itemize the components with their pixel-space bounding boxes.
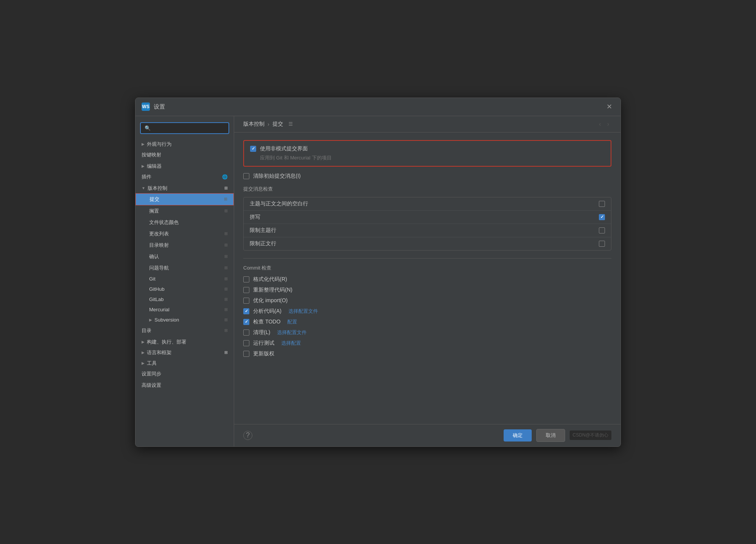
- breadcrumb: 版本控制 › 提交 ☰ ‹ ›: [234, 116, 621, 132]
- sidebar-item-confirm[interactable]: 确认 ⊞: [135, 251, 234, 262]
- optimize-import-cb[interactable]: [243, 298, 249, 304]
- cancel-button[interactable]: 取消: [536, 429, 565, 442]
- cleanup-link[interactable]: 选择配置文件: [277, 329, 307, 336]
- sidebar-item-commit[interactable]: 提交 ⊞: [135, 193, 234, 205]
- expand-icon: ▶: [149, 318, 152, 322]
- sidebar-item-keymap[interactable]: 按键映射: [135, 149, 234, 161]
- sidebar-item-label: Subversion: [154, 317, 179, 323]
- table-row: 拼写: [244, 211, 611, 224]
- search-icon: 🔍: [145, 125, 151, 131]
- check-label-blank-line: 主题与正文之间的空白行: [250, 200, 594, 207]
- sidebar-item-plugins[interactable]: 插件 🌐: [135, 171, 234, 183]
- sidebar-item-directory[interactable]: 目录 ⊞: [135, 325, 234, 336]
- sidebar-item-github[interactable]: GitHub ⊞: [135, 284, 234, 294]
- sidebar-item-label: 外观与行为: [147, 141, 172, 148]
- sidebar-item-git[interactable]: Git ⊞: [135, 274, 234, 284]
- rearrange-code-cb[interactable]: [243, 287, 249, 293]
- format-code-label: 格式化代码(R): [253, 276, 287, 283]
- sidebar-item-shelve[interactable]: 搁置 ⊞: [135, 205, 234, 217]
- analyze-code-cb[interactable]: [243, 308, 249, 314]
- close-button[interactable]: ✕: [604, 101, 614, 112]
- sidebar-item-change-list[interactable]: 更改列表 ⊞: [135, 228, 234, 240]
- breadcrumb-sep: ›: [268, 121, 269, 127]
- cleanup-label: 清理(L): [253, 329, 270, 336]
- sidebar-item-label: 设置同步: [142, 371, 161, 377]
- check-cb-spelling[interactable]: [599, 214, 605, 220]
- help-button[interactable]: ?: [243, 431, 252, 440]
- check-cb-limit-body[interactable]: [599, 241, 605, 247]
- sidebar-item-advanced[interactable]: 高级设置: [135, 380, 234, 391]
- sidebar-item-issue-nav[interactable]: 问题导航 ⊞: [135, 262, 234, 274]
- check-todo-cb[interactable]: [243, 319, 249, 325]
- nav-forward-arrow[interactable]: ›: [605, 120, 611, 128]
- commit-message-check-title: 提交消息检查: [243, 186, 611, 192]
- sidebar-item-appearance[interactable]: ▶ 外观与行为: [135, 139, 234, 149]
- use-nonmodal-checkbox[interactable]: [250, 146, 256, 152]
- sidebar-item-vcs[interactable]: ▼ 版本控制 ⊞: [135, 183, 234, 193]
- sidebar-item-tools[interactable]: ▶ 工具: [135, 358, 234, 368]
- commit-check-title: Commit 检查: [243, 265, 611, 271]
- expand-icon: ▶: [142, 340, 145, 344]
- lang-icon: ⊞: [224, 350, 228, 355]
- format-code-cb[interactable]: [243, 276, 249, 282]
- search-input[interactable]: [153, 125, 225, 131]
- optimize-import-label: 优化 import(O): [253, 297, 288, 304]
- sidebar-item-editor[interactable]: ▶ 编辑器: [135, 161, 234, 171]
- check-todo-link[interactable]: 配置: [287, 319, 297, 325]
- sidebar-item-label: 搁置: [149, 208, 159, 214]
- gl-icon: ⊞: [224, 297, 228, 302]
- check-todo-row: 检查 TODO 配置: [243, 319, 611, 325]
- svn-icon: ⊞: [224, 317, 228, 322]
- clear-initial-label: 清除初始提交消息(I): [253, 173, 301, 180]
- update-copyright-cb[interactable]: [243, 351, 249, 357]
- run-tests-link[interactable]: 选择配置: [281, 340, 301, 347]
- analyze-code-row: 分析代码(A) 选择配置文件: [243, 308, 611, 315]
- nav-back-arrow[interactable]: ‹: [597, 120, 603, 128]
- check-cb-blank-line[interactable]: [599, 201, 605, 207]
- sidebar-item-label: 目录映射: [149, 242, 169, 249]
- check-cb-limit-subject[interactable]: [599, 227, 605, 233]
- main-content: 🔍 ▶ 外观与行为 按键映射 ▶ 编辑器 插件 🌐 ▼ 版本控制: [135, 116, 621, 446]
- sidebar-item-label: GitHub: [149, 286, 164, 292]
- run-tests-cb[interactable]: [243, 340, 249, 346]
- search-box[interactable]: 🔍: [140, 122, 229, 134]
- conf-icon: ⊞: [224, 254, 228, 259]
- ok-button[interactable]: 确定: [504, 429, 532, 442]
- expand-icon: ▼: [142, 186, 145, 190]
- sidebar-item-settings-sync[interactable]: 设置同步: [135, 368, 234, 380]
- sidebar-item-label: GitLab: [149, 296, 164, 302]
- settings-dialog: WS 设置 ✕ 🔍 ▶ 外观与行为 按键映射 ▶ 编辑器 插: [135, 98, 621, 447]
- sidebar-item-lang[interactable]: ▶ 语言和框架 ⊞: [135, 347, 234, 358]
- sidebar-item-mercurial[interactable]: Mercurial ⊞: [135, 304, 234, 315]
- table-row: 限制主题行: [244, 224, 611, 237]
- sidebar-item-build[interactable]: ▶ 构建、执行、部署: [135, 336, 234, 347]
- format-code-row: 格式化代码(R): [243, 276, 611, 283]
- sidebar-item-label: 文件状态颜色: [149, 219, 179, 226]
- clear-initial-checkbox[interactable]: [243, 173, 249, 179]
- analyze-code-link[interactable]: 选择配置文件: [288, 308, 318, 315]
- sidebar-item-label: 提交: [150, 196, 159, 203]
- sidebar-item-label: 编辑器: [147, 163, 162, 170]
- rearrange-code-row: 重新整理代码(N): [243, 287, 611, 293]
- settings-body: 使用非模式提交界面 应用到 Git 和 Mercurial 下的项目 清除初始提…: [234, 132, 621, 424]
- clear-initial-commit-row: 清除初始提交消息(I): [243, 173, 611, 180]
- plugin-icon: 🌐: [222, 174, 228, 180]
- hg-icon: ⊞: [224, 307, 228, 312]
- cleanup-cb[interactable]: [243, 330, 249, 336]
- sidebar-item-file-status-color[interactable]: 文件状态颜色: [135, 217, 234, 228]
- table-row: 限制正文行: [244, 237, 611, 250]
- vcs-icon: ⊞: [224, 186, 228, 191]
- sidebar-item-label: 版本控制: [148, 185, 167, 192]
- sidebar-item-dir-map[interactable]: 目录映射 ⊞: [135, 240, 234, 251]
- apply-label: 应用到 Git 和 Mercurial 下的项目: [260, 155, 332, 161]
- check-label-limit-body: 限制正文行: [250, 240, 594, 247]
- sidebar-item-label: Git: [149, 276, 156, 282]
- commit-message-checks-table: 主题与正文之间的空白行 拼写 限制主题行 限制正文行: [243, 197, 611, 251]
- sidebar-item-gitlab[interactable]: GitLab ⊞: [135, 294, 234, 304]
- app-icon: WS: [142, 102, 150, 111]
- dir-icon: ⊞: [224, 328, 228, 333]
- sidebar-item-subversion[interactable]: ▶ Subversion ⊞: [135, 315, 234, 325]
- breadcrumb-icon[interactable]: ☰: [288, 121, 293, 127]
- use-nonmodal-label: 使用非模式提交界面: [260, 145, 308, 152]
- use-nonmodal-row: 使用非模式提交界面: [250, 145, 605, 152]
